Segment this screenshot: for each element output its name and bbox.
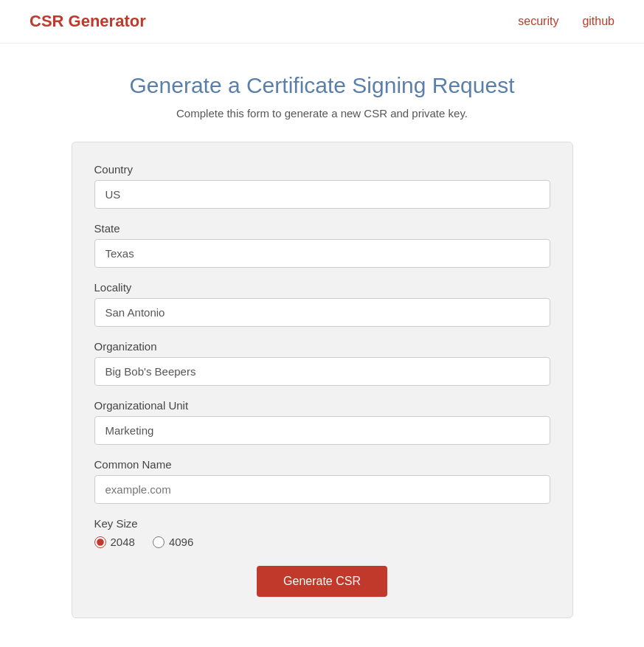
locality-group: Locality xyxy=(94,281,550,327)
radio-2048-option[interactable]: 2048 xyxy=(94,536,135,548)
common-name-input[interactable] xyxy=(94,475,550,504)
radio-4096-option[interactable]: 4096 xyxy=(153,536,193,548)
state-label: State xyxy=(94,222,550,235)
radio-2048[interactable] xyxy=(94,536,106,548)
state-input[interactable] xyxy=(94,239,550,268)
org-unit-label: Organizational Unit xyxy=(94,399,550,412)
brand-logo[interactable]: CSR Generator xyxy=(30,12,146,31)
radio-4096-label: 4096 xyxy=(169,536,193,548)
key-size-radio-group: 2048 4096 xyxy=(94,536,550,548)
radio-4096[interactable] xyxy=(153,536,165,548)
key-size-label: Key Size xyxy=(94,517,550,530)
organization-input[interactable] xyxy=(94,357,550,386)
country-group: Country xyxy=(94,163,550,209)
site-header: CSR Generator security github xyxy=(0,0,644,44)
csr-form: Country State Locality Organization Orga… xyxy=(72,142,573,618)
nav-github[interactable]: github xyxy=(582,15,614,28)
common-name-label: Common Name xyxy=(94,458,550,471)
key-size-group: Key Size 2048 4096 xyxy=(94,517,550,548)
country-label: Country xyxy=(94,163,550,176)
locality-input[interactable] xyxy=(94,298,550,327)
submit-wrapper: Generate CSR xyxy=(94,566,550,597)
locality-label: Locality xyxy=(94,281,550,294)
common-name-group: Common Name xyxy=(94,458,550,504)
page-subtitle: Complete this form to generate a new CSR… xyxy=(176,107,468,120)
radio-2048-label: 2048 xyxy=(111,536,135,548)
organization-group: Organization xyxy=(94,340,550,386)
organization-label: Organization xyxy=(94,340,550,353)
page-title: Generate a Certificate Signing Request xyxy=(130,73,515,98)
nav-links: security github xyxy=(518,15,614,28)
org-unit-group: Organizational Unit xyxy=(94,399,550,445)
nav-security[interactable]: security xyxy=(518,15,558,28)
generate-csr-button[interactable]: Generate CSR xyxy=(257,566,387,597)
state-group: State xyxy=(94,222,550,268)
country-input[interactable] xyxy=(94,180,550,209)
org-unit-input[interactable] xyxy=(94,416,550,445)
main-content: Generate a Certificate Signing Request C… xyxy=(0,44,644,647)
